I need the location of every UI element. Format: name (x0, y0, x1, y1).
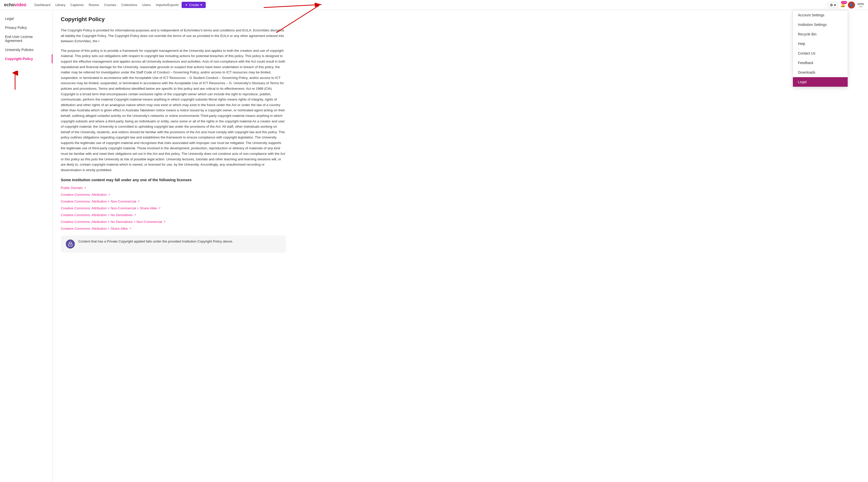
nav-collections[interactable]: Collections (119, 2, 140, 8)
logo[interactable]: echovideo (4, 2, 26, 7)
external-link-icon: ↗ (108, 193, 110, 196)
external-link-icon: ↗ (134, 213, 136, 217)
nav-imports[interactable]: Imports/Exports (154, 2, 181, 8)
sidebar-item-legal[interactable]: Legal (0, 14, 53, 23)
external-link-icon: ↗ (158, 207, 160, 210)
nav-right: ⚙ ▾ 🔔 175 👤 echo 360 (828, 1, 864, 8)
ai-icon: ✦ (185, 3, 188, 7)
nav-captures[interactable]: Captures (68, 2, 86, 8)
private-copyright-text: Content that has a Private Copyright app… (79, 240, 233, 243)
sidebar: Legal Privacy Policy End User License Ag… (0, 10, 53, 482)
nav-courses[interactable]: Courses (102, 2, 118, 8)
policy-intro: The Copyright Policy is provided for inf… (61, 28, 286, 173)
license-attribution-sharealike[interactable]: Creative Commons: Attribution + Share Al… (61, 227, 286, 231)
gear-button[interactable]: ⚙ ▾ (828, 2, 838, 8)
dropdown-menu: Account Settings Institution Settings Re… (793, 10, 848, 87)
bell-button[interactable]: 🔔 175 (840, 2, 845, 7)
nav-links: Dashboard Library Captures Rooms Courses… (32, 2, 828, 8)
license-attribution-noncommercial[interactable]: Creative Commons: Attribution + Non-Comm… (61, 200, 286, 203)
external-link-icon: ↗ (84, 186, 86, 189)
nav-rooms[interactable]: Rooms (87, 2, 101, 8)
sidebar-item-eula[interactable]: End User License Agreement (0, 32, 53, 45)
layout: Legal Privacy Policy End User License Ag… (0, 10, 868, 482)
sidebar-item-privacy[interactable]: Privacy Policy (0, 23, 53, 32)
dropdown-contact-us[interactable]: Contact Us (793, 49, 848, 58)
page-title: Copyright Policy (61, 16, 286, 23)
dropdown-feedback[interactable]: Feedback (793, 58, 848, 68)
create-label: Create (189, 3, 199, 7)
avatar-initials: 👤 (850, 3, 853, 6)
license-attribution-noderivatives-noncommercial[interactable]: Creative Commons: Attribution + No Deriv… (61, 220, 286, 224)
sidebar-item-copyright[interactable]: Copyright Policy (0, 54, 53, 63)
svg-point-3 (70, 245, 71, 245)
chevron-down-icon: ▾ (200, 3, 202, 7)
nav-users[interactable]: Users (140, 2, 153, 8)
dropdown-downloads[interactable]: Downloads (793, 68, 848, 77)
external-link-icon: ↗ (137, 200, 140, 203)
license-attribution[interactable]: Creative Commons: Attribution ↗ (61, 193, 286, 197)
dropdown-recycle-bin[interactable]: Recycle Bin (793, 29, 848, 39)
license-public-domain[interactable]: Public Domain ↗ (61, 186, 286, 190)
sidebar-item-university[interactable]: University Policies (0, 45, 53, 54)
dropdown-legal[interactable]: Legal (793, 77, 848, 87)
main-content: Copyright Policy The Copyright Policy is… (53, 10, 294, 482)
logo-video: video (14, 2, 26, 7)
create-button[interactable]: ✦ Create ▾ (182, 2, 206, 8)
dropdown-help[interactable]: Help (793, 39, 848, 49)
dropdown-institution-settings[interactable]: Institution Settings (793, 20, 848, 29)
logo-echo: echo (4, 2, 14, 7)
license-attribution-noncommercial-sharealike[interactable]: Creative Commons: Attribution + Non-Comm… (61, 206, 286, 210)
avatar[interactable]: 👤 (848, 1, 855, 8)
nav-library[interactable]: Library (54, 2, 68, 8)
private-copyright-box: Content that has a Private Copyright app… (61, 236, 286, 252)
external-link-icon: ↗ (163, 220, 165, 223)
nav-dashboard[interactable]: Dashboard (32, 2, 53, 8)
sidebar-arrow-indicator (10, 71, 63, 92)
notification-badge: 175 (841, 1, 847, 4)
external-link-icon: ↗ (129, 227, 131, 230)
echo360-brand[interactable]: echo 360 (858, 2, 864, 8)
license-attribution-noderivatives[interactable]: Creative Commons: Attribution + No Deriv… (61, 213, 286, 217)
licenses-heading: Some Institution content may fall under … (61, 178, 286, 182)
dropdown-account-settings[interactable]: Account Settings (793, 10, 848, 20)
top-nav: echovideo Dashboard Library Captures Roo… (0, 0, 868, 10)
private-copyright-icon (66, 240, 75, 248)
